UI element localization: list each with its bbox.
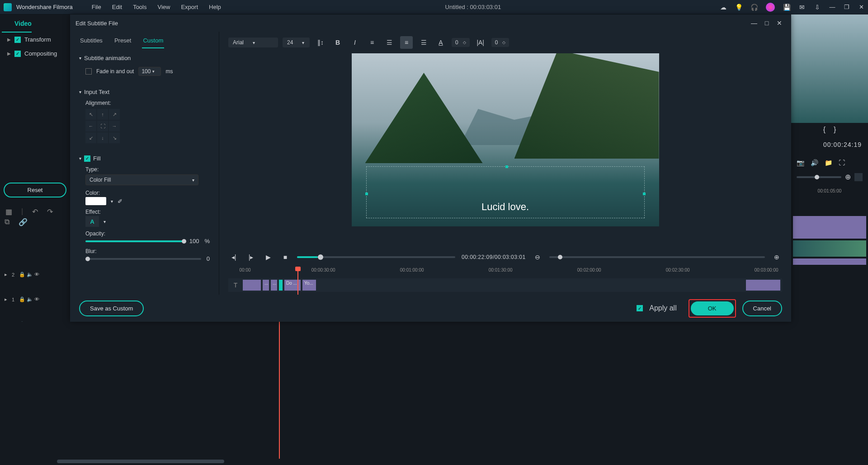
tracking-input[interactable]: 0◇: [491, 38, 509, 47]
align-right[interactable]: →: [109, 121, 120, 132]
color-swatch[interactable]: [85, 197, 106, 205]
compositing-checkbox[interactable]: ✓: [14, 51, 21, 57]
video-preview[interactable]: Lucid love.: [352, 53, 659, 226]
menu-help[interactable]: Help: [203, 2, 226, 12]
font-size-dropdown[interactable]: 24▾: [283, 38, 310, 47]
tab-preset[interactable]: Preset: [113, 35, 132, 48]
save-icon[interactable]: 💾: [783, 4, 790, 11]
menu-file[interactable]: File: [86, 2, 107, 12]
zoom-in-icon[interactable]: ⊕: [845, 173, 851, 181]
brace-left-icon[interactable]: {: [823, 126, 826, 134]
menu-tools[interactable]: Tools: [127, 2, 152, 12]
stop-button[interactable]: ■: [280, 252, 291, 263]
fullscreen-icon[interactable]: ⛶: [839, 159, 845, 166]
transform-checkbox[interactable]: ✓: [14, 37, 21, 43]
audio-clip-sliver[interactable]: [793, 258, 866, 265]
grid-icon[interactable]: ▦: [5, 207, 12, 216]
effect-preview[interactable]: A: [85, 216, 99, 227]
subtitle-clip[interactable]: [746, 280, 780, 291]
cancel-button[interactable]: Cancel: [742, 301, 782, 316]
audio-icon[interactable]: 🔊: [811, 159, 818, 166]
folder-icon[interactable]: 📁: [825, 159, 832, 166]
fit-icon[interactable]: [854, 173, 863, 181]
tracking-icon[interactable]: |A|: [474, 36, 487, 49]
undo-icon[interactable]: ↶: [32, 207, 38, 216]
section-compositing[interactable]: ▶ ✓ Compositing: [0, 47, 70, 61]
progress-bar[interactable]: [297, 256, 455, 258]
align-left[interactable]: ←: [85, 121, 96, 132]
line-spacing-icon[interactable]: ‖↕: [314, 36, 327, 49]
menu-edit[interactable]: Edit: [107, 2, 127, 12]
section-transform[interactable]: ▶ ✓ Transform: [0, 33, 70, 47]
effect-dropdown-icon[interactable]: ▾: [104, 219, 106, 224]
subtitle-clip[interactable]: [243, 280, 261, 291]
mail-icon[interactable]: ✉: [798, 4, 806, 11]
copy-icon[interactable]: ⧉: [5, 218, 9, 226]
brace-right-icon[interactable]: }: [834, 126, 836, 134]
section-fill[interactable]: ▾ ✓ Fill: [79, 152, 210, 164]
align-top-left[interactable]: ↖: [85, 109, 96, 120]
subtitle-clip[interactable]: ...: [263, 280, 269, 291]
step-forward-button[interactable]: |▸: [245, 252, 256, 263]
tips-icon[interactable]: 💡: [735, 4, 742, 11]
link-icon[interactable]: 🔗: [19, 218, 28, 226]
track-video[interactable]: ▸ 1 🔒 🔈 👁: [0, 287, 57, 312]
video-clip-sliver[interactable]: [793, 240, 866, 257]
text-color-button[interactable]: A: [434, 36, 447, 49]
subtitle-clip[interactable]: Yo...: [302, 280, 316, 291]
tab-subtitles[interactable]: Subtitles: [79, 35, 104, 48]
cloud-icon[interactable]: ☁: [720, 4, 727, 11]
redo-icon[interactable]: ↷: [47, 207, 53, 216]
menu-export[interactable]: Export: [175, 2, 203, 12]
modal-close-button[interactable]: ✕: [773, 19, 786, 27]
align-center-button[interactable]: ☰: [383, 36, 396, 49]
eyedropper-icon[interactable]: ✐: [118, 198, 123, 205]
text-clip-sliver[interactable]: [793, 216, 866, 239]
fade-duration-input[interactable]: 100 ▾: [138, 67, 161, 76]
font-family-dropdown[interactable]: Arial▾: [228, 38, 278, 47]
reset-button[interactable]: Reset: [4, 183, 66, 197]
align-top-right[interactable]: ↗: [109, 109, 120, 120]
subtitle-clip-active[interactable]: [279, 280, 283, 291]
download-icon[interactable]: ⇩: [814, 4, 821, 11]
step-back-button[interactable]: ◂|: [228, 252, 239, 263]
modal-minimize-button[interactable]: —: [748, 19, 760, 27]
subtitle-track[interactable]: T ... ... Do ... Yo...: [228, 278, 782, 292]
track-text[interactable]: ▸ 2 🔒 🔈 👁: [0, 262, 57, 287]
menu-view[interactable]: View: [152, 2, 175, 12]
timeline-scrollbar[interactable]: [57, 460, 224, 463]
subtitle-text[interactable]: Lucid love.: [352, 201, 659, 213]
align-bottom-left[interactable]: ↙: [85, 132, 96, 143]
snapshot-icon[interactable]: 📷: [797, 159, 804, 166]
fill-checkbox[interactable]: ✓: [84, 155, 90, 162]
fill-type-dropdown[interactable]: Color Fill▾: [85, 174, 198, 185]
timeline-playhead[interactable]: [279, 322, 280, 459]
save-as-custom-button[interactable]: Save as Custom: [79, 301, 144, 316]
color-dropdown-icon[interactable]: ▾: [111, 199, 113, 204]
mini-playhead[interactable]: [297, 268, 298, 295]
zoom-out-button[interactable]: ⊖: [532, 252, 543, 263]
modal-maximize-button[interactable]: □: [760, 19, 773, 27]
close-button[interactable]: ✕: [858, 4, 864, 10]
support-icon[interactable]: 🎧: [750, 4, 758, 11]
char-spacing-input[interactable]: 0◇: [452, 38, 470, 47]
zoom-in-button[interactable]: ⊕: [771, 252, 782, 263]
align-bottom[interactable]: ↓: [97, 132, 108, 143]
section-input-text[interactable]: ▾ Input Text: [79, 86, 210, 98]
maximize-button[interactable]: ❐: [844, 4, 850, 10]
fade-checkbox[interactable]: [85, 68, 92, 75]
user-avatar[interactable]: [766, 3, 775, 12]
blur-slider[interactable]: [85, 258, 201, 260]
align-bottom-right[interactable]: ↘: [109, 132, 120, 143]
opacity-slider[interactable]: [85, 240, 184, 242]
bold-button[interactable]: B: [331, 36, 344, 49]
ok-button[interactable]: OK: [691, 301, 734, 315]
align-left-button[interactable]: ≡: [366, 36, 378, 49]
section-subtitle-animation[interactable]: ▾ Subtitle animation: [79, 52, 210, 64]
align-top[interactable]: ↑: [97, 109, 108, 120]
align-right-button[interactable]: ≡: [400, 36, 413, 49]
tab-custom[interactable]: Custom: [142, 35, 164, 48]
play-button[interactable]: ▶: [263, 252, 274, 263]
apply-all-checkbox[interactable]: ✓: [637, 305, 643, 311]
align-center[interactable]: ⛶: [97, 121, 108, 132]
